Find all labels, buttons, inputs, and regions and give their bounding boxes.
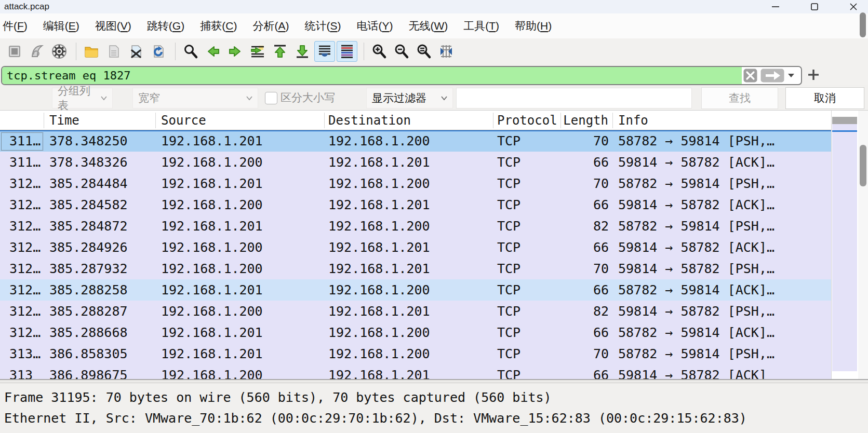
find-button[interactable]: 查找 — [701, 87, 778, 109]
menu-item[interactable]: 电话(Y) — [349, 19, 400, 33]
main-toolbar — [0, 38, 868, 64]
column-header-destination[interactable]: Destination — [325, 113, 493, 128]
cell-protocol: TCP — [493, 152, 561, 173]
column-header-time[interactable]: Time — [44, 113, 156, 128]
close-file-button[interactable] — [126, 41, 146, 62]
packet-list-scrollbar[interactable] — [858, 111, 868, 380]
menu-item[interactable]: 分析(A) — [245, 19, 297, 33]
menu-item[interactable]: 无线(W) — [400, 19, 456, 33]
colorize-toggle[interactable] — [337, 41, 357, 62]
detail-line[interactable]: Internet Protocol Version 4, Src: 192.16… — [4, 429, 868, 433]
cell-no: 313… — [0, 343, 44, 364]
packet-row[interactable]: 313… 386.858305 192.168.1.201 192.168.1.… — [0, 343, 831, 364]
zoom-reset-button[interactable] — [413, 41, 434, 62]
search-type-select[interactable]: 显示过滤器 — [366, 88, 453, 109]
go-to-packet-button[interactable] — [247, 41, 268, 62]
packet-row[interactable]: 312… 385.287932 192.168.1.200 192.168.1.… — [0, 258, 831, 279]
packet-list-scrollbar-thumb[interactable] — [860, 145, 866, 186]
cell-time: 386.898675 — [44, 364, 156, 380]
pane-splitter[interactable] — [0, 379, 868, 383]
zoom-in-icon — [371, 44, 387, 59]
menu-item[interactable]: 件(F) — [0, 19, 35, 33]
clear-filter-button[interactable] — [743, 69, 757, 83]
menu-item[interactable]: 跳转(G) — [139, 19, 192, 33]
search-input[interactable] — [456, 88, 692, 109]
cell-time: 385.288668 — [44, 322, 156, 343]
cell-no: 313 — [0, 364, 44, 380]
cell-length: 66 — [561, 364, 613, 380]
packet-row[interactable]: 312… 385.288668 192.168.1.201 192.168.1.… — [0, 322, 831, 343]
column-header-source[interactable]: Source — [156, 113, 325, 128]
find-packet-button[interactable] — [180, 41, 201, 62]
go-forward-button[interactable] — [225, 41, 246, 62]
reload-file-button[interactable] — [148, 41, 169, 62]
restart-capture-button[interactable] — [26, 41, 47, 62]
detail-line[interactable]: Ethernet II, Src: VMware_70:1b:62 (00:0c… — [4, 408, 868, 429]
char-width-select[interactable]: 宽窄 — [132, 88, 258, 109]
filter-history-button[interactable] — [787, 73, 795, 78]
packet-row[interactable]: 312… 385.284872 192.168.1.201 192.168.1.… — [0, 215, 831, 237]
cell-length: 66 — [561, 152, 613, 173]
packet-row[interactable]: 312… 385.284484 192.168.1.201 192.168.1.… — [0, 173, 831, 194]
cell-time: 385.284926 — [44, 237, 156, 258]
packet-row[interactable]: 312… 385.284926 192.168.1.200 192.168.1.… — [0, 237, 831, 258]
open-file-button[interactable] — [81, 41, 102, 62]
menu-item[interactable]: 工具(T) — [456, 19, 507, 33]
minimize-button[interactable] — [771, 3, 780, 11]
case-sensitive-checkbox[interactable] — [265, 92, 277, 104]
save-file-button[interactable] — [103, 41, 124, 62]
menu-item[interactable]: 帮助(H) — [507, 19, 559, 33]
cell-no: 311… — [0, 152, 44, 173]
column-header-info[interactable]: Info — [613, 113, 831, 128]
go-to-packet-icon — [250, 44, 265, 59]
cell-source: 192.168.1.201 — [156, 173, 325, 194]
menu-item[interactable]: 捕获(C) — [192, 19, 245, 33]
packet-row[interactable]: 312… 385.288287 192.168.1.200 192.168.1.… — [0, 301, 831, 322]
menu-item[interactable]: 视图(V) — [87, 19, 139, 33]
packet-row[interactable]: 311… 378.348326 192.168.1.200 192.168.1.… — [0, 152, 831, 173]
packet-list-pane: Time Source Destination Protocol Length … — [0, 110, 868, 380]
cell-destination: 192.168.1.200 — [325, 322, 493, 343]
resize-columns-button[interactable] — [436, 41, 457, 62]
go-to-bottom-button[interactable] — [292, 41, 313, 62]
cell-protocol: TCP — [493, 258, 561, 279]
go-back-button[interactable] — [203, 41, 223, 62]
cell-source: 192.168.1.201 — [156, 343, 325, 364]
detail-line[interactable]: Frame 31195: 70 bytes on wire (560 bits)… — [4, 387, 868, 408]
minimize-icon — [771, 3, 780, 11]
open-file-icon — [84, 44, 99, 59]
cell-source: 192.168.1.200 — [156, 364, 325, 380]
details-scrollbar-thumb[interactable] — [860, 12, 866, 37]
search-scope-select[interactable]: 分组列表 — [52, 88, 113, 109]
intelligent-scrollbar-minimap[interactable] — [831, 111, 858, 380]
cell-protocol: TCP — [493, 279, 561, 301]
cancel-button[interactable]: 取消 — [785, 87, 864, 109]
apply-filter-button[interactable] — [760, 69, 784, 83]
go-to-top-button[interactable] — [270, 41, 290, 62]
cell-protocol: TCP — [493, 173, 561, 194]
column-header-no[interactable] — [0, 113, 44, 128]
maximize-button[interactable] — [810, 3, 819, 11]
close-button[interactable] — [849, 3, 858, 11]
capture-options-button[interactable] — [49, 41, 70, 62]
stop-capture-button[interactable] — [4, 41, 25, 62]
column-header-protocol[interactable]: Protocol — [493, 113, 561, 128]
cell-info: 58782 → 59814 [PSH,… — [613, 343, 831, 364]
add-filter-button[interactable] — [805, 67, 822, 83]
packet-row[interactable]: 312… 385.288258 192.168.1.201 192.168.1.… — [0, 279, 831, 301]
packet-row[interactable]: 312… 385.284582 192.168.1.200 192.168.1.… — [0, 194, 831, 215]
packet-row[interactable]: 313 386.898675 192.168.1.200 192.168.1.2… — [0, 364, 831, 380]
auto-scroll-toggle[interactable] — [314, 41, 335, 62]
column-header-length[interactable]: Length — [561, 113, 613, 128]
zoom-out-button[interactable] — [391, 41, 412, 62]
cell-info: 59814 → 58782 [PSH,… — [613, 258, 831, 279]
packet-row[interactable]: 311… 378.348250 192.168.1.201 192.168.1.… — [0, 130, 831, 152]
cell-info: 59814 → 58782 [PSH,… — [613, 301, 831, 322]
menu-item[interactable]: 统计(S) — [297, 19, 349, 33]
zoom-in-button[interactable] — [369, 41, 390, 62]
title-bar: attack.pcap — [0, 0, 868, 13]
cell-destination: 192.168.1.201 — [325, 364, 493, 380]
menu-item[interactable]: 编辑(E) — [35, 19, 87, 33]
display-filter-input[interactable]: tcp.stream eq 1827 — [2, 67, 742, 84]
go-forward-icon — [228, 44, 243, 59]
